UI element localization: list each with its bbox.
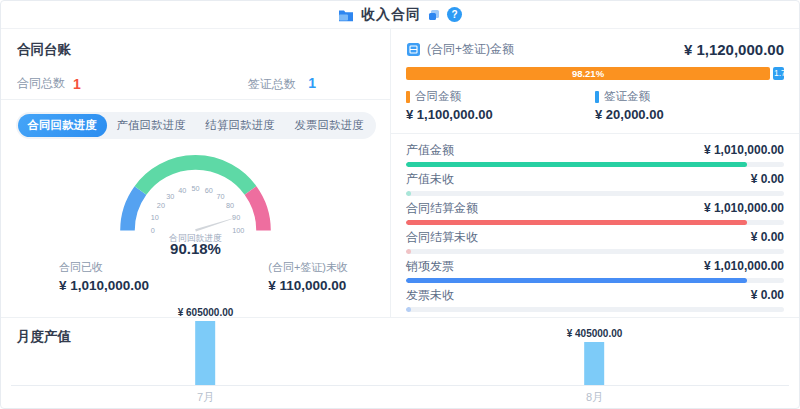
progress-track [406, 278, 784, 283]
progress-fill [406, 249, 411, 254]
gauge-chart: 0102030405060708090100合同回款进度 90.18% [1, 141, 390, 257]
legend-label: 合同金额 [415, 89, 461, 104]
gauge-tick: 80 [226, 201, 234, 210]
bar-month-label: 7月 [197, 390, 214, 405]
summary-header-row: (合同+签证)金额 ¥ 1,120,000.00 [406, 41, 784, 58]
row-value: ¥ 0.00 [751, 172, 784, 187]
row-value: ¥ 0.00 [751, 230, 784, 245]
folder-icon [338, 8, 354, 22]
summary-row-0: 产值金额¥ 1,010,000.00 [406, 143, 784, 167]
legend-value: ¥ 20,000.00 [595, 107, 784, 122]
legend-item-0: 合同金额¥ 1,100,000.00 [406, 89, 595, 122]
totals-row: 合同总数 1 签证总数 1 [17, 74, 374, 93]
contract-bar-segment: 98.21% [406, 67, 770, 80]
row-value: ¥ 0.00 [751, 288, 784, 303]
gauge-value: 90.18% [1, 240, 390, 257]
ledger-totals-section: 合同台账 合同总数 1 签证总数 1 [1, 29, 390, 100]
row-label: 产值金额 [406, 143, 454, 158]
table-icon [406, 42, 421, 57]
unreceived-amount: (合同+签证)未收 ¥ 110,000.00 [268, 260, 348, 293]
copy-icon[interactable] [428, 9, 440, 21]
monthly-bar[interactable] [585, 342, 605, 385]
row-label: 销项发票 [406, 259, 454, 274]
bar-group-1: ¥ 405000.008月 [567, 328, 623, 385]
contract-visa-stacked-bar: 98.21% 1.79% [406, 67, 784, 80]
bar-value-label: ¥ 605000.00 [178, 307, 234, 318]
legend-marker [406, 91, 410, 103]
progress-tabs: 合同回款进度产值回款进度结算回款进度发票回款进度 [16, 112, 376, 139]
legend-item-1: 签证金额¥ 20,000.00 [595, 89, 784, 122]
tab-3[interactable]: 发票回款进度 [285, 114, 374, 137]
gauge-tick: 50 [191, 184, 199, 193]
row-value: ¥ 1,010,000.00 [704, 143, 784, 158]
row-label: 合同结算未收 [406, 230, 478, 245]
row-label: 发票未收 [406, 288, 454, 303]
progress-fill [406, 220, 747, 225]
monthly-chart: ¥ 605000.007月¥ 405000.008月 [11, 346, 789, 406]
contract-ledger-panel: 合同台账 合同总数 1 签证总数 1 合同回款进度产值回款进度结算回款进度发票回… [1, 29, 391, 317]
row-value: ¥ 1,010,000.00 [704, 201, 784, 216]
bar-month-label: 8月 [586, 390, 603, 405]
summary-row-2: 合同结算金额¥ 1,010,000.00 [406, 201, 784, 225]
bar-group-0: ¥ 605000.007月 [178, 307, 234, 385]
contract-total-count: 1 [73, 76, 81, 92]
divider [391, 133, 799, 134]
gauge-tick: 40 [178, 186, 186, 195]
progress-track [406, 220, 784, 225]
tab-0[interactable]: 合同回款进度 [18, 114, 107, 137]
ledger-title: 合同台账 [17, 41, 374, 59]
visa-total-count: 1 [308, 75, 316, 91]
summary-row-3: 合同结算未收¥ 0.00 [406, 230, 784, 254]
gauge-amounts-row: 合同已收 ¥ 1,010,000.00 (合同+签证)未收 ¥ 110,000.… [1, 260, 390, 293]
gauge-arc [127, 190, 140, 230]
progress-fill [406, 278, 747, 283]
monthly-title: 月度产值 [17, 328, 783, 346]
summary-row-5: 发票未收¥ 0.00 [406, 288, 784, 312]
summary-title: (合同+签证)金额 [427, 41, 514, 58]
progress-fill [406, 162, 747, 167]
bar-legend: 合同金额¥ 1,100,000.00签证金额¥ 20,000.00 [406, 89, 784, 122]
x-axis-line [11, 385, 789, 386]
progress-fill [406, 307, 411, 312]
row-label: 产值未收 [406, 172, 454, 187]
gauge-arc [251, 190, 264, 230]
bar-value-label: ¥ 405000.00 [567, 328, 623, 339]
summary-total: ¥ 1,120,000.00 [684, 41, 784, 58]
gauge-tick: 20 [157, 201, 165, 210]
gauge-tick: 10 [151, 213, 159, 222]
row-label: 合同结算金额 [406, 201, 478, 216]
page-header: 收入合同 ? [1, 1, 799, 29]
amount-summary-panel: (合同+签证)金额 ¥ 1,120,000.00 98.21% 1.79% 合同… [391, 29, 799, 317]
received-value: ¥ 1,010,000.00 [59, 278, 149, 293]
help-icon[interactable]: ? [447, 7, 462, 22]
progress-track [406, 307, 784, 312]
row-value: ¥ 1,010,000.00 [704, 259, 784, 274]
progress-track [406, 249, 784, 254]
gauge-tick: 100 [232, 226, 244, 235]
visa-total-label: 签证总数 [248, 77, 296, 91]
unreceived-value: ¥ 110,000.00 [268, 278, 348, 293]
unreceived-label: (合同+签证)未收 [268, 260, 348, 275]
legend-marker [595, 91, 599, 103]
visa-total-group: 签证总数 1 [248, 74, 374, 93]
legend-label: 签证金额 [604, 89, 650, 104]
received-label: 合同已收 [59, 260, 149, 275]
legend-value: ¥ 1,100,000.00 [406, 107, 595, 122]
progress-fill [406, 191, 411, 196]
visa-bar-segment: 1.79% [773, 67, 784, 80]
page-title: 收入合同 [361, 6, 421, 24]
gauge-tick: 60 [205, 186, 213, 195]
gauge-tick: 0 [151, 226, 155, 235]
income-contract-dashboard: 收入合同 ? 合同台账 合同总数 1 签证总数 1 合同回款进度产值回款进度结算… [0, 0, 800, 409]
tab-2[interactable]: 结算回款进度 [196, 114, 285, 137]
monthly-bar[interactable] [196, 321, 216, 385]
main-panels: 合同台账 合同总数 1 签证总数 1 合同回款进度产值回款进度结算回款进度发票回… [1, 29, 799, 318]
progress-track [406, 162, 784, 167]
received-amount: 合同已收 ¥ 1,010,000.00 [59, 260, 149, 293]
tab-1[interactable]: 产值回款进度 [107, 114, 196, 137]
progress-track [406, 191, 784, 196]
gauge-svg: 0102030405060708090100合同回款进度 [98, 141, 293, 244]
summary-rows: 产值金额¥ 1,010,000.00产值未收¥ 0.00合同结算金额¥ 1,01… [406, 143, 784, 312]
gauge-tick: 70 [217, 192, 225, 201]
summary-row-1: 产值未收¥ 0.00 [406, 172, 784, 196]
